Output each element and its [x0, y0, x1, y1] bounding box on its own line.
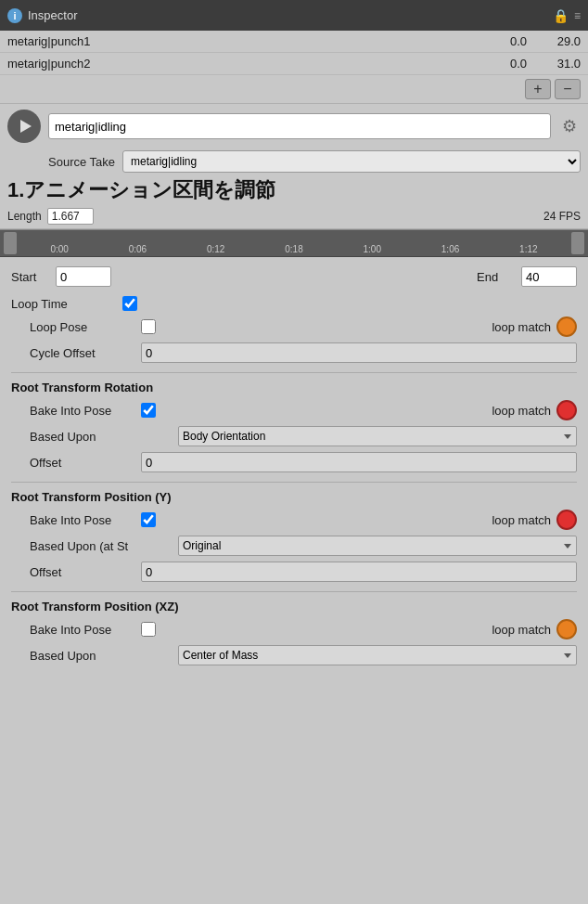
- play-button[interactable]: [7, 110, 41, 143]
- pos-xz-bake-row: Bake Into Pose loop match: [30, 619, 577, 639]
- loop-time-row: Loop Time: [11, 296, 577, 311]
- root-rotation-group: Bake Into Pose loop match Based Upon Bod…: [11, 400, 577, 472]
- divider-1: [11, 372, 577, 373]
- pos-xz-loop-dot: [556, 619, 577, 639]
- punch-val2-1: 29.0: [534, 34, 581, 48]
- tick-3: 0:18: [255, 244, 333, 254]
- rotation-loop-dot: [556, 400, 577, 420]
- loop-pose-checkbox[interactable]: [141, 319, 156, 334]
- pos-xz-bake-label: Bake Into Pose: [30, 623, 141, 637]
- clip-area: ⚙ Source Take metarig|idling 1.アニメーション区間…: [0, 104, 588, 229]
- clip-header: ⚙: [0, 104, 588, 149]
- punch-name-1: metarig|punch1: [7, 34, 479, 48]
- gear-button[interactable]: ⚙: [558, 115, 581, 137]
- loop-pose-match-label: loop match: [492, 320, 551, 334]
- tick-6: 1:12: [490, 244, 568, 254]
- start-label: Start: [11, 270, 48, 284]
- loop-time-label: Loop Time: [11, 297, 122, 311]
- punch-controls: + −: [0, 75, 588, 103]
- remove-punch-button[interactable]: −: [555, 79, 581, 99]
- cycle-offset-input[interactable]: [141, 342, 577, 363]
- loop-pose-right: loop match: [492, 316, 577, 337]
- tick-2: 0:12: [177, 244, 255, 254]
- timeline-bar: 0:00 0:06 0:12 0:18 1:00 1:06 1:12: [0, 229, 588, 257]
- inspector-title: Inspector: [28, 8, 77, 22]
- loop-pose-dot: [556, 316, 577, 337]
- pos-xz-based-upon-row: Based Upon Center of Mass Body Orientati…: [30, 645, 577, 665]
- punch-val1-1: 0.0: [479, 34, 534, 48]
- cycle-offset-label: Cycle Offset: [30, 346, 141, 360]
- punch-val1-2: 0.0: [479, 57, 534, 71]
- tick-5: 1:06: [411, 244, 489, 254]
- pos-y-based-upon-label: Based Upon (at St: [30, 539, 178, 553]
- timeline-scroll-left[interactable]: [4, 232, 17, 254]
- punch-name-2: metarig|punch2: [7, 57, 479, 71]
- rotation-loop-match-label: loop match: [492, 404, 551, 418]
- rotation-based-upon-row: Based Upon Body Orientation Original Roo…: [30, 426, 577, 446]
- pos-xz-based-upon-label: Based Upon: [30, 649, 178, 663]
- rotation-bake-right: loop match: [492, 400, 577, 420]
- length-value: 1.667: [47, 208, 94, 225]
- loop-pose-label: Loop Pose: [30, 320, 141, 334]
- tick-0: 0:00: [20, 244, 98, 254]
- add-punch-button[interactable]: +: [525, 79, 551, 99]
- end-group: End: [477, 266, 577, 287]
- main-content: Start End Loop Time Loop Pose loop match…: [0, 257, 588, 680]
- pos-y-loop-match-label: loop match: [492, 513, 551, 527]
- info-icon: i: [7, 8, 22, 23]
- source-take-row: Source Take metarig|idling: [0, 149, 588, 176]
- timeline-scroll-right[interactable]: [571, 232, 584, 254]
- root-position-xz-group: Bake Into Pose loop match Based Upon Cen…: [11, 619, 577, 665]
- cycle-offset-row: Cycle Offset: [11, 342, 577, 363]
- fps-label: 24 FPS: [543, 210, 581, 223]
- start-input[interactable]: [56, 266, 111, 287]
- pos-xz-bake-checkbox[interactable]: [141, 622, 156, 637]
- end-input[interactable]: [521, 266, 577, 287]
- pos-y-based-upon-row: Based Upon (at St Original Body Orientat…: [30, 536, 577, 556]
- rotation-offset-input[interactable]: [141, 452, 577, 472]
- timeline-ticks: 0:00 0:06 0:12 0:18 1:00 1:06 1:12: [17, 232, 571, 254]
- root-position-y-group: Bake Into Pose loop match Based Upon (at…: [11, 510, 577, 582]
- pos-xz-based-upon-select[interactable]: Center of Mass Body Orientation Original: [178, 645, 577, 665]
- pos-y-bake-checkbox[interactable]: [141, 512, 156, 527]
- pos-y-bake-row: Bake Into Pose loop match: [30, 510, 577, 530]
- pos-y-offset-input[interactable]: [141, 562, 577, 582]
- pos-y-based-upon-select[interactable]: Original Body Orientation Center of Mass: [178, 536, 577, 556]
- table-row: metarig|punch2 0.0 31.0: [0, 53, 588, 75]
- rotation-bake-row: Bake Into Pose loop match: [30, 400, 577, 420]
- pos-y-bake-label: Bake Into Pose: [30, 513, 141, 527]
- root-position-xz-header: Root Transform Position (XZ): [11, 600, 577, 613]
- rotation-offset-label: Offset: [30, 456, 141, 470]
- pos-y-offset-label: Offset: [30, 565, 141, 579]
- loop-time-checkbox[interactable]: [122, 296, 137, 311]
- tick-4: 1:00: [333, 244, 411, 254]
- pos-y-offset-row: Offset: [30, 562, 577, 582]
- end-label: End: [477, 270, 514, 284]
- lock-icon[interactable]: 🔒: [553, 8, 569, 23]
- loop-pose-row: Loop Pose loop match: [11, 316, 577, 337]
- start-end-row: Start End: [11, 266, 577, 287]
- rotation-offset-row: Offset: [30, 452, 577, 472]
- rotation-bake-label: Bake Into Pose: [30, 404, 141, 418]
- clip-name-input[interactable]: [48, 113, 551, 139]
- source-take-select[interactable]: metarig|idling: [122, 150, 581, 173]
- pos-y-bake-right: loop match: [492, 510, 577, 530]
- punch-table: metarig|punch1 0.0 29.0 metarig|punch2 0…: [0, 31, 588, 104]
- pos-xz-bake-right: loop match: [492, 619, 577, 639]
- rotation-based-upon-label: Based Upon: [30, 430, 178, 444]
- punch-val2-2: 31.0: [534, 57, 581, 71]
- rotation-based-upon-select[interactable]: Body Orientation Original Root Node Rota…: [178, 426, 577, 446]
- root-position-y-header: Root Transform Position (Y): [11, 490, 577, 504]
- root-rotation-header: Root Transform Rotation: [11, 381, 577, 394]
- pos-xz-loop-match-label: loop match: [492, 623, 551, 637]
- inspector-header: i Inspector 🔒 ≡: [0, 0, 588, 31]
- pos-y-loop-dot: [556, 510, 577, 530]
- rotation-bake-checkbox[interactable]: [141, 403, 156, 418]
- table-row: metarig|punch1 0.0 29.0: [0, 31, 588, 53]
- tick-1: 0:06: [98, 244, 176, 254]
- divider-3: [11, 591, 577, 592]
- annotation-text: 1.アニメーション区間を調節: [0, 176, 588, 206]
- menu-icon[interactable]: ≡: [574, 9, 581, 22]
- length-label: Length: [7, 210, 42, 223]
- source-take-label: Source Take: [48, 155, 115, 169]
